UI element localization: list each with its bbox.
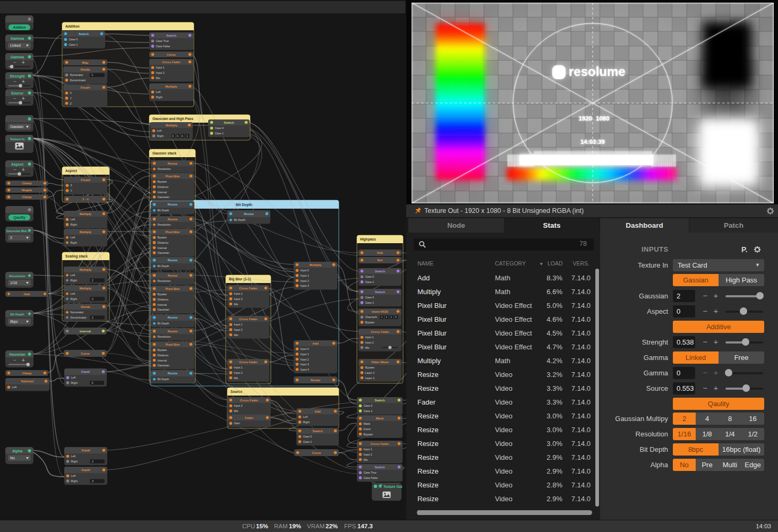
svg-text:X: X bbox=[71, 184, 73, 187]
svg-text:1: 1 bbox=[386, 315, 387, 319]
svg-text:Resize: Resize bbox=[244, 212, 254, 216]
svg-text:Multiply: Multiply bbox=[80, 287, 92, 290]
svg-text:Gamma: Gamma bbox=[11, 55, 24, 59]
svg-text:Gaussian Mul..: Gaussian Mul.. bbox=[6, 229, 29, 233]
svg-text:Curve: Curve bbox=[81, 352, 90, 355]
svg-text:−: − bbox=[13, 59, 16, 65]
svg-text:Bit Depth: Bit Depth bbox=[158, 322, 169, 325]
svg-text:Switch: Switch bbox=[375, 290, 385, 294]
svg-text:Right: Right bbox=[71, 279, 78, 282]
svg-text:Alpha: Alpha bbox=[12, 449, 22, 453]
svg-text:Switch: Switch bbox=[313, 430, 323, 433]
svg-text:0: 0 bbox=[92, 381, 93, 384]
svg-text:Resize: Resize bbox=[168, 162, 178, 165]
svg-text:Right: Right bbox=[71, 223, 78, 226]
svg-text:Gaussian: Gaussian bbox=[158, 308, 169, 311]
svg-text:Multiply: Multiply bbox=[165, 85, 177, 88]
svg-text:No: No bbox=[10, 456, 15, 460]
svg-text:Gausion stack: Gausion stack bbox=[152, 151, 176, 155]
svg-text:Left: Left bbox=[71, 292, 75, 295]
svg-text:Input 3: Input 3 bbox=[301, 363, 309, 366]
svg-text:Interval: Interval bbox=[158, 191, 167, 194]
svg-text:Left: Left bbox=[71, 474, 76, 477]
svg-text:Input 1: Input 1 bbox=[156, 66, 165, 69]
svg-text:Float4: Float4 bbox=[81, 86, 90, 89]
svg-text:Case 0: Case 0 bbox=[364, 404, 373, 407]
svg-text:1920: 1920 bbox=[578, 115, 592, 122]
svg-text:Texture In: Texture In bbox=[10, 138, 25, 141]
svg-text:Input 2: Input 2 bbox=[301, 279, 309, 282]
svg-text:Bit Depth: Bit Depth bbox=[10, 313, 24, 316]
svg-text:Pixel Blur: Pixel Blur bbox=[165, 175, 180, 178]
svg-text:Mix: Mix bbox=[234, 303, 239, 306]
svg-text:Left: Left bbox=[157, 129, 162, 132]
svg-text:Cross Fader: Cross Fader bbox=[371, 330, 389, 333]
svg-text:Right: Right bbox=[303, 421, 310, 424]
svg-text:Equal: Equal bbox=[81, 370, 90, 373]
svg-text:Layer 2: Layer 2 bbox=[365, 371, 375, 374]
svg-text:Resize: Resize bbox=[168, 330, 178, 333]
svg-text:Y: Y bbox=[70, 97, 72, 100]
svg-text:Negate: Negate bbox=[22, 188, 32, 192]
svg-text:Mix: Mix bbox=[364, 458, 369, 461]
svg-text:Input 1: Input 1 bbox=[234, 323, 243, 326]
svg-text:Bit Depth: Bit Depth bbox=[158, 264, 169, 268]
svg-text:Resize: Resize bbox=[168, 316, 178, 319]
svg-text:Mix: Mix bbox=[156, 76, 161, 80]
svg-text:Mask: Mask bbox=[364, 422, 371, 425]
svg-text:+: + bbox=[22, 95, 25, 101]
svg-text:Left: Left bbox=[156, 90, 161, 93]
svg-text:Input 1: Input 1 bbox=[301, 274, 309, 277]
svg-text:Interval: Interval bbox=[80, 330, 91, 333]
svg-text:Addition: Addition bbox=[65, 24, 80, 28]
svg-text:2: 2 bbox=[92, 297, 93, 301]
svg-text:Distance: Distance bbox=[158, 241, 169, 244]
svg-text:Resize: Resize bbox=[168, 259, 178, 262]
svg-text:Case 0: Case 0 bbox=[69, 38, 78, 41]
svg-text:Curve: Curve bbox=[312, 451, 321, 454]
svg-text:Resolution: Resolution bbox=[9, 274, 25, 278]
svg-text:Distance: Distance bbox=[158, 185, 169, 188]
svg-text:Switch: Switch bbox=[375, 399, 385, 402]
svg-text:Equal: Equal bbox=[81, 449, 90, 452]
svg-text:Divide: Divide bbox=[81, 68, 90, 71]
svg-text:Case False: Case False bbox=[364, 476, 378, 479]
svg-text:Input 1: Input 1 bbox=[365, 336, 374, 339]
svg-text:−: − bbox=[13, 166, 16, 173]
svg-text:Hub: Hub bbox=[24, 293, 30, 296]
svg-text:1: 1 bbox=[381, 315, 382, 319]
svg-text:Cross Fader: Cross Fader bbox=[239, 318, 258, 321]
svg-text:Case 1: Case 1 bbox=[215, 132, 224, 135]
svg-text:Denominator: Denominator bbox=[70, 79, 87, 82]
svg-text:Case True: Case True bbox=[156, 39, 169, 42]
svg-text:Linked: Linked bbox=[10, 44, 21, 47]
svg-text:Source: Source bbox=[11, 91, 24, 95]
svg-text:Video Mixer: Video Mixer bbox=[371, 361, 389, 364]
svg-text:Resolution: Resolution bbox=[158, 167, 171, 170]
svg-text:Interval: Interval bbox=[158, 246, 167, 250]
svg-text:2: 2 bbox=[92, 279, 93, 282]
svg-text:Input 2: Input 2 bbox=[301, 358, 309, 361]
svg-text:Equal: Equal bbox=[81, 468, 90, 471]
svg-text:Multiply: Multiply bbox=[310, 263, 322, 267]
svg-text:Map: Map bbox=[82, 61, 89, 64]
svg-text:Case 0: Case 0 bbox=[365, 296, 374, 299]
svg-text:Pixel Blur: Pixel Blur bbox=[165, 287, 180, 290]
svg-text:Switch: Switch bbox=[375, 466, 385, 469]
svg-text:Case 0: Case 0 bbox=[215, 126, 224, 130]
svg-text:Resize: Resize bbox=[168, 274, 178, 277]
svg-text:Distance: Distance bbox=[158, 298, 169, 301]
svg-text:Resolution: Resolution bbox=[158, 335, 171, 338]
svg-text:Y: Y bbox=[71, 189, 73, 192]
svg-text:Left: Left bbox=[12, 385, 17, 389]
svg-text:Subtract: Subtract bbox=[21, 380, 34, 383]
svg-text:Multiply: Multiply bbox=[80, 230, 92, 234]
svg-text:1: 1 bbox=[186, 134, 188, 138]
svg-text:Switch: Switch bbox=[166, 34, 176, 37]
svg-text:Divide: Divide bbox=[81, 305, 90, 308]
svg-text:Left: Left bbox=[303, 415, 308, 418]
svg-text:Input 2: Input 2 bbox=[234, 328, 243, 331]
svg-text:Multiply: Multiply bbox=[80, 268, 92, 271]
svg-text:Add: Add bbox=[312, 342, 319, 345]
svg-text:Input 1: Input 1 bbox=[234, 366, 243, 369]
